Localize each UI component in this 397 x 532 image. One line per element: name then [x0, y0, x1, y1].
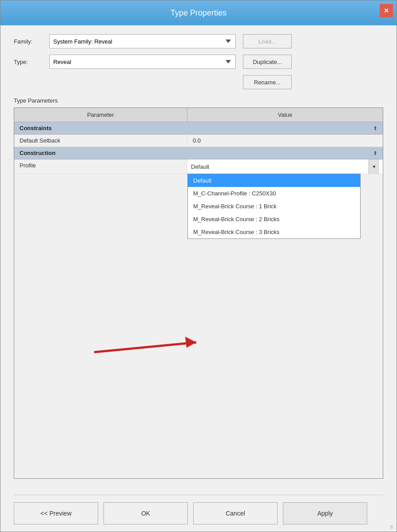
constraints-title: Constraints — [20, 125, 373, 131]
dialog-title: Type Properties — [171, 8, 226, 18]
dialog-body: Family: System Family: Reveal Load... Ty… — [0, 25, 397, 488]
rename-row: Rename... — [14, 75, 383, 89]
type-label: Type: — [14, 59, 49, 65]
family-row: Family: System Family: Reveal Load... — [14, 34, 383, 48]
rename-button[interactable]: Rename... — [243, 75, 292, 89]
default-setback-param: Default Setback — [14, 135, 187, 147]
type-row: Type: Reveal Duplicate... — [14, 55, 383, 69]
constraints-collapse-icon[interactable]: ⬆ — [373, 125, 377, 131]
svg-marker-1 — [185, 337, 196, 348]
close-button[interactable]: ✕ — [380, 4, 393, 17]
dropdown-item-brick-3[interactable]: M_Reveal-Brick Course : 3 Bricks — [188, 226, 360, 238]
profile-dropdown-list: Default M_C-Channel-Profile : C250X30 M_… — [187, 174, 361, 239]
default-setback-row: Default Setback 0.0 — [14, 135, 383, 147]
profile-dropdown-arrow[interactable]: ▼ — [369, 159, 379, 174]
profile-param: Profile — [14, 159, 187, 174]
table-header: Parameter Value — [14, 108, 383, 122]
dropdown-item-brick-1[interactable]: M_Reveal-Brick Course : 1 Brick — [188, 200, 360, 213]
ok-button[interactable]: OK — [103, 502, 188, 524]
cancel-button[interactable]: Cancel — [193, 502, 278, 524]
parameter-header: Parameter — [14, 108, 187, 122]
bottom-area: << Preview OK Cancel Apply — [0, 488, 397, 532]
resize-handle[interactable]: ⠿ — [390, 525, 395, 530]
table-body: Constraints ⬆ Default Setback 0.0 Constr… — [14, 122, 383, 478]
construction-group: Construction ⬆ — [14, 147, 383, 159]
load-button[interactable]: Load... — [243, 34, 292, 48]
profile-current-value: Default — [191, 163, 369, 170]
constraints-group: Constraints ⬆ — [14, 122, 383, 135]
bottom-buttons: << Preview OK Cancel Apply — [14, 495, 383, 524]
apply-button[interactable]: Apply — [283, 502, 367, 524]
type-properties-dialog: Type Properties ✕ Family: System Family:… — [0, 0, 397, 532]
arrow-annotation — [90, 326, 232, 362]
profile-select-display[interactable]: Default ▼ — [187, 159, 383, 174]
svg-line-0 — [94, 342, 196, 352]
profile-value-cell: Default ▼ Default M_C-Channel-Profile : … — [187, 159, 383, 174]
family-select[interactable]: System Family: Reveal — [49, 34, 236, 48]
dropdown-item-c-channel[interactable]: M_C-Channel-Profile : C250X30 — [188, 187, 360, 200]
construction-collapse-icon[interactable]: ⬆ — [373, 150, 377, 156]
title-bar: Type Properties ✕ — [0, 0, 397, 25]
dropdown-item-brick-2[interactable]: M_Reveal-Brick Course : 2 Bricks — [188, 213, 360, 226]
profile-row: Profile Default ▼ Default M_C-Channel-Pr… — [14, 159, 383, 174]
duplicate-button[interactable]: Duplicate... — [243, 55, 292, 69]
value-header: Value — [187, 108, 383, 122]
dropdown-item-default[interactable]: Default — [188, 174, 360, 187]
construction-title: Construction — [20, 150, 373, 156]
default-setback-value[interactable]: 0.0 — [187, 135, 383, 147]
preview-button[interactable]: << Preview — [14, 502, 98, 524]
parameters-table: Parameter Value Constraints ⬆ Default Se… — [14, 107, 383, 479]
type-parameters-label: Type Parameters — [14, 97, 383, 104]
family-label: Family: — [14, 38, 49, 45]
type-select[interactable]: Reveal — [49, 55, 236, 69]
